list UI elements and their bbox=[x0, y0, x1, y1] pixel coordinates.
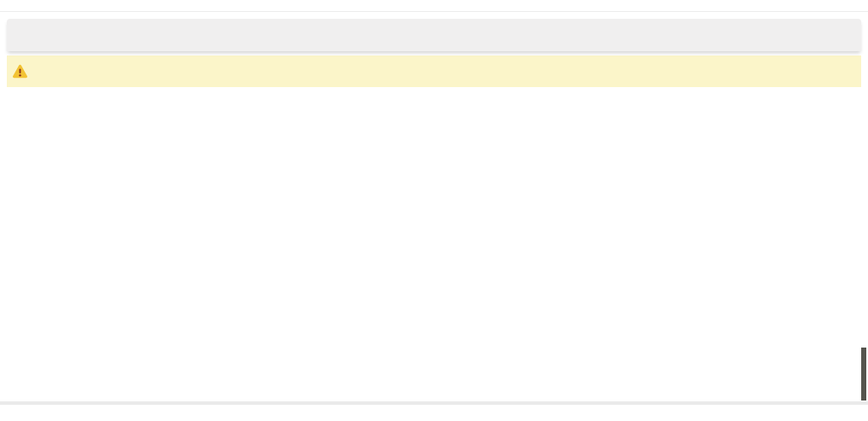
bottom-divider bbox=[0, 401, 868, 405]
warning-icon bbox=[12, 64, 28, 79]
too-early-banner bbox=[7, 56, 861, 87]
scrollbar-thumb[interactable] bbox=[861, 348, 866, 401]
tests-table bbox=[7, 19, 861, 87]
tabs-bar bbox=[0, 11, 868, 12]
table-header bbox=[7, 19, 861, 51]
